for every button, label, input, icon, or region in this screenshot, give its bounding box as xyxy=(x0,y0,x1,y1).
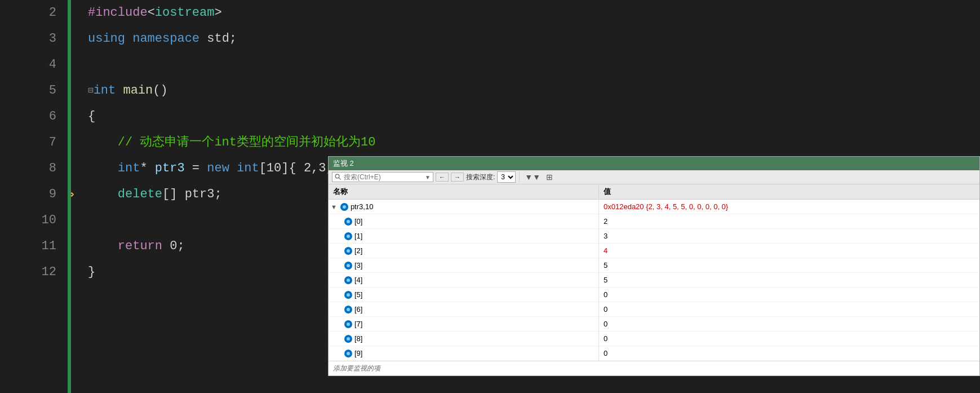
watch-row-5[interactable]: [5] 0 xyxy=(329,288,979,302)
col-name-header: 名称 xyxy=(329,186,599,198)
search-dropdown-icon[interactable]: ▼ xyxy=(425,174,431,180)
line-num-8: 8 xyxy=(0,156,56,182)
watch-row-3[interactable]: [3] 5 xyxy=(329,258,979,273)
code-line-7: // 动态申请一个int类型的空间并初始化为10 xyxy=(88,130,980,156)
watch-toolbar: ▼ ← → 搜索深度: 3 1 2 4 5 ▼▼ ⊞ xyxy=(329,170,979,184)
code-line-2: #include<iostream> xyxy=(88,0,980,26)
expand-arrow-ptr3[interactable]: ▼ xyxy=(331,204,337,210)
watch-row-0[interactable]: [0] 2 xyxy=(329,214,979,229)
line-num-3: 3 xyxy=(0,26,56,52)
search-icon xyxy=(335,173,342,181)
watch-add-row[interactable]: 添加要监视的项 xyxy=(329,361,979,376)
watch-row-4[interactable]: [4] 5 xyxy=(329,273,979,288)
watch-row-3-value: 5 xyxy=(599,261,979,270)
item-icon-2 xyxy=(344,247,352,255)
watch-row-2-value: 4 xyxy=(599,246,979,255)
svg-point-0 xyxy=(335,174,339,178)
line-num-10: 10 xyxy=(0,207,56,233)
watch-row-3-name: [3] xyxy=(329,258,599,272)
watch-add-label: 添加要监视的项 xyxy=(333,364,380,373)
watch-row-2[interactable]: [2] 4 xyxy=(329,244,979,258)
nav-fwd-btn[interactable]: → xyxy=(451,173,464,182)
nav-back-btn[interactable]: ← xyxy=(436,173,449,182)
watch-rows: ▼ ptr3,10 0x012eda20 {2, 3, 4, 5, 5, 0, … xyxy=(329,200,979,361)
item-icon-8 xyxy=(344,335,352,343)
refresh-icon[interactable]: ⊞ xyxy=(544,173,555,182)
item-icon-3 xyxy=(344,262,352,270)
watch-row-4-value: 5 xyxy=(599,276,979,284)
col-value-header: 值 xyxy=(599,186,979,198)
watch-panel: 监视 2 ▼ ← → 搜索深度: 3 1 2 4 5 ▼ xyxy=(328,156,980,376)
line-num-7: 7 xyxy=(0,130,56,156)
code-line-5: ⊟int main() xyxy=(88,78,980,104)
watch-row-8-value: 0 xyxy=(599,334,979,343)
watch-search-box[interactable]: ▼ xyxy=(332,172,433,182)
line-num-9: 9 xyxy=(0,182,56,207)
code-line-6: { xyxy=(88,104,980,130)
watch-row-5-name: [5] xyxy=(329,288,599,302)
watch-row-ptr3[interactable]: ▼ ptr3,10 0x012eda20 {2, 3, 4, 5, 5, 0, … xyxy=(329,200,979,214)
svg-line-1 xyxy=(339,178,340,179)
item-icon-4 xyxy=(344,276,352,284)
item-icon-0 xyxy=(344,218,352,226)
watch-row-0-value: 2 xyxy=(599,217,979,226)
item-icon-7 xyxy=(344,320,352,328)
line-num-12: 12 xyxy=(0,259,56,285)
watch-row-1-value: 3 xyxy=(599,232,979,240)
watch-row-6-name: [6] xyxy=(329,302,599,316)
watch-row-7-name: [7] xyxy=(329,317,599,331)
watch-row-0-name: [0] xyxy=(329,214,599,228)
watch-row-2-name: [2] xyxy=(329,244,599,258)
item-icon-6 xyxy=(344,306,352,313)
watch-row-9-value: 0 xyxy=(599,349,979,357)
watch-search-input[interactable] xyxy=(344,173,423,181)
line-num-11: 11 xyxy=(0,233,56,259)
watch-row-ptr3-value: 0x012eda20 {2, 3, 4, 5, 5, 0, 0, 0, 0, 0… xyxy=(599,202,979,211)
watch-row-9-name: [9] xyxy=(329,346,599,360)
watch-row-7-value: 0 xyxy=(599,320,979,328)
watch-row-5-value: 0 xyxy=(599,290,979,299)
execution-arrow: ⇒ xyxy=(71,182,74,207)
watch-row-8[interactable]: [8] 0 xyxy=(329,332,979,346)
line-numbers: 2 3 4 5 6 7 8 9 10 11 12 xyxy=(0,0,68,393)
watch-row-6-value: 0 xyxy=(599,305,979,313)
item-icon-ptr3 xyxy=(340,203,348,211)
line-num-4: 4 xyxy=(0,52,56,78)
item-icon-1 xyxy=(344,232,352,240)
line-num-2: 2 xyxy=(0,0,56,26)
line-num-6: 6 xyxy=(0,104,56,130)
watch-title: 监视 2 xyxy=(333,158,354,169)
watch-title-bar: 监视 2 xyxy=(329,157,979,170)
watch-row-1[interactable]: [1] 3 xyxy=(329,229,979,244)
token-include-kw: #include xyxy=(88,0,148,26)
watch-column-headers: 名称 值 xyxy=(329,184,979,200)
editor-container: 2 3 4 5 6 7 8 9 10 11 12 #include<iostre… xyxy=(0,0,980,393)
watch-row-7[interactable]: [7] 0 xyxy=(329,317,979,332)
search-depth-label: 搜索深度: xyxy=(466,173,495,182)
watch-row-6[interactable]: [6] 0 xyxy=(329,302,979,317)
item-icon-9 xyxy=(344,350,352,357)
filter-icon[interactable]: ▼▼ xyxy=(523,173,542,182)
code-line-4 xyxy=(88,52,980,78)
watch-row-4-name: [4] xyxy=(329,273,599,287)
watch-row-1-name: [1] xyxy=(329,229,599,243)
collapse-icon-main[interactable]: ⊟ xyxy=(88,78,94,104)
toolbar-separator xyxy=(519,172,520,182)
watch-row-9[interactable]: [9] 0 xyxy=(329,346,979,361)
code-line-3: using namespace std; xyxy=(88,26,980,52)
watch-row-ptr3-name: ▼ ptr3,10 xyxy=(329,200,599,214)
item-icon-5 xyxy=(344,291,352,299)
watch-row-8-name: [8] xyxy=(329,332,599,346)
line-num-5: 5 xyxy=(0,78,56,104)
search-depth-select[interactable]: 3 1 2 4 5 xyxy=(497,171,516,183)
